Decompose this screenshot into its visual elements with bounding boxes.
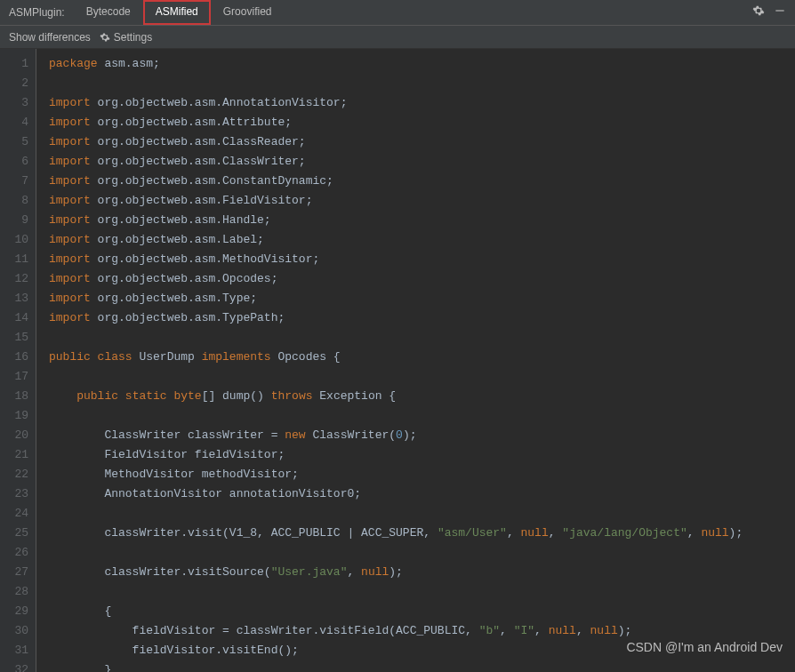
gutter: 1234567891011121314151617181920212223242… [0, 49, 36, 672]
code-line: MethodVisitor methodVisitor; [49, 465, 795, 484]
line-number: 31 [0, 641, 28, 660]
gear-icon [100, 32, 110, 43]
tab-bytecode[interactable]: Bytecode [74, 0, 143, 25]
gear-icon[interactable] [752, 4, 765, 20]
line-number: 2 [0, 74, 28, 93]
line-number: 9 [0, 211, 28, 230]
code-line: import org.objectweb.asm.Attribute; [49, 113, 795, 132]
top-bar: ASMPlugin: BytecodeASMifiedGroovified [0, 0, 795, 26]
line-number: 22 [0, 465, 28, 484]
tab-groovified[interactable]: Groovified [211, 0, 285, 25]
show-differences-button[interactable]: Show differences [9, 31, 91, 44]
line-number: 27 [0, 563, 28, 582]
line-number: 21 [0, 445, 28, 465]
code-line: import org.objectweb.asm.Handle; [49, 211, 795, 230]
line-number: 8 [0, 191, 28, 211]
line-number: 10 [0, 230, 28, 250]
code-line: public static byte[] dump() throws Excep… [49, 387, 795, 406]
line-number: 24 [0, 504, 28, 524]
line-number: 12 [0, 269, 28, 289]
settings-label: Settings [114, 31, 152, 44]
line-number: 14 [0, 308, 28, 328]
code-line: classWriter.visitSource("User.java", nul… [49, 563, 795, 582]
minimize-icon[interactable] [774, 4, 786, 20]
tabs: BytecodeASMifiedGroovified [74, 0, 285, 25]
code-line: import org.objectweb.asm.ConstantDynamic… [49, 172, 795, 191]
line-number: 18 [0, 387, 28, 406]
line-number: 19 [0, 406, 28, 426]
code-line: FieldVisitor fieldVisitor; [49, 445, 795, 465]
code-line [49, 328, 795, 348]
code-line: classWriter.visit(V1_8, ACC_PUBLIC | ACC… [49, 524, 795, 543]
code-area[interactable]: package asm.asm; import org.objectweb.as… [36, 49, 795, 672]
code-line [49, 504, 795, 524]
tab-asmified[interactable]: ASMified [143, 0, 211, 25]
code-line: ClassWriter classWriter = new ClassWrite… [49, 426, 795, 445]
line-number: 30 [0, 621, 28, 641]
line-number: 28 [0, 582, 28, 602]
line-number: 25 [0, 524, 28, 543]
code-line: fieldVisitor = classWriter.visitField(AC… [49, 621, 795, 641]
code-line: import org.objectweb.asm.MethodVisitor; [49, 250, 795, 269]
code-line [49, 406, 795, 426]
line-number: 4 [0, 113, 28, 132]
settings-button[interactable]: Settings [100, 31, 152, 44]
line-number: 17 [0, 367, 28, 387]
code-line: { [49, 602, 795, 621]
line-number: 32 [0, 660, 28, 672]
code-line: import org.objectweb.asm.ClassWriter; [49, 152, 795, 172]
code-line: import org.objectweb.asm.TypePath; [49, 308, 795, 328]
line-number: 26 [0, 543, 28, 563]
code-line: import org.objectweb.asm.Label; [49, 230, 795, 250]
code-line [49, 74, 795, 93]
code-line: } [49, 660, 795, 672]
line-number: 29 [0, 602, 28, 621]
line-number: 5 [0, 132, 28, 152]
code-line: import org.objectweb.asm.FieldVisitor; [49, 191, 795, 211]
code-line: import org.objectweb.asm.Opcodes; [49, 269, 795, 289]
line-number: 20 [0, 426, 28, 445]
code-line: import org.objectweb.asm.ClassReader; [49, 132, 795, 152]
line-number: 16 [0, 348, 28, 367]
line-number: 13 [0, 289, 28, 308]
line-number: 6 [0, 152, 28, 172]
plugin-label: ASMPlugin: [0, 6, 74, 19]
secondary-bar: Show differences Settings [0, 26, 795, 49]
code-line: import org.objectweb.asm.AnnotationVisit… [49, 93, 795, 113]
editor: 1234567891011121314151617181920212223242… [0, 49, 795, 672]
line-number: 1 [0, 54, 28, 74]
line-number: 3 [0, 93, 28, 113]
top-right-controls [752, 4, 795, 20]
code-line [49, 582, 795, 602]
code-line: public class UserDump implements Opcodes… [49, 348, 795, 367]
code-line: import org.objectweb.asm.Type; [49, 289, 795, 308]
line-number: 11 [0, 250, 28, 269]
code-line [49, 367, 795, 387]
show-differences-label: Show differences [9, 31, 91, 44]
line-number: 23 [0, 484, 28, 504]
line-number: 15 [0, 328, 28, 348]
code-line: package asm.asm; [49, 54, 795, 74]
code-line: AnnotationVisitor annotationVisitor0; [49, 484, 795, 504]
code-line: fieldVisitor.visitEnd(); [49, 641, 795, 660]
code-line [49, 543, 795, 563]
line-number: 7 [0, 172, 28, 191]
